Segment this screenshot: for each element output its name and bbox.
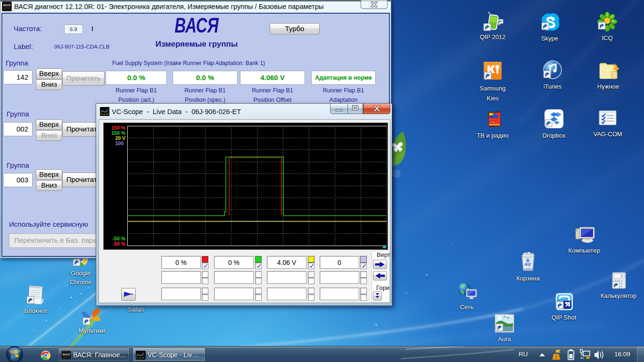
- svg-text:-50 %: -50 %: [113, 241, 126, 247]
- svg-text:100: 100: [115, 140, 124, 146]
- svg-text:0: 0: [621, 274, 623, 278]
- svg-text:Смарт: Смарт: [490, 121, 495, 123]
- svg-text:!: !: [555, 354, 557, 360]
- svg-text:!: !: [587, 355, 588, 359]
